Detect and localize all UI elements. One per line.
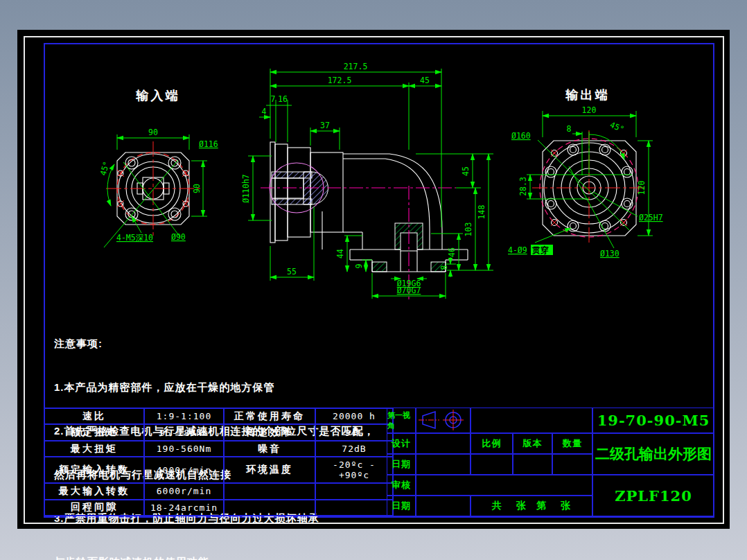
spec-label: 环境温度 (224, 457, 315, 483)
version-label: 版本 (513, 433, 552, 454)
spec-value: 20000 h (315, 408, 393, 424)
projection-symbol-cell (416, 408, 471, 433)
check-label: 审核 (387, 475, 416, 496)
spec-label: 最大扭矩 (44, 441, 144, 457)
product-model: ZPLF120 (592, 475, 714, 516)
spec-label: 正常使用寿命 (224, 408, 315, 424)
notes-line: 1.本产品为精密部件，应放在干燥的地方保管 (54, 380, 375, 394)
design-label: 设计 (387, 433, 416, 454)
design-value-cell (416, 433, 471, 454)
date-label: 日期 (387, 496, 416, 516)
model-code: 19-70-90-M5 (592, 408, 714, 433)
spec-value: 95-280Nm (144, 424, 224, 440)
table-row: 最大扭矩 190-560Nm 噪音 72dB (44, 441, 393, 457)
scale-label: 比例 (471, 433, 513, 454)
first-angle-label: 第一视角 (387, 408, 416, 433)
sheets-cell: 共 张 第 张 (471, 496, 592, 516)
spec-value (315, 500, 393, 516)
title-block: 第一视角 设计 比例 版本 数量 日期 审核 日期 共 (387, 408, 714, 516)
notes-title: 注意事项: (54, 336, 375, 351)
spec-value: 190-560Nm (144, 441, 224, 457)
date-value-cell (416, 496, 471, 516)
spec-label: 额定输入转数 (44, 457, 144, 483)
spec-label: 传递效率 (224, 424, 315, 440)
notes-line: 与齿轮而影响减速机的使用功能 (54, 554, 375, 560)
cad-viewer-screen: 输入端 (0, 0, 747, 560)
spec-label (224, 483, 315, 499)
spec-label (224, 500, 315, 516)
drawing-title: 二级孔输出外形图 (592, 433, 714, 475)
quantity-value-cell (552, 454, 592, 475)
spec-table: 速比 1:9-1:100 正常使用寿命 20000 h 额定扭矩 95-280N… (44, 408, 394, 516)
table-row: 回程间隙 18-24arcmin (44, 500, 393, 516)
table-row: 额定输入转数 4000r/min 环境温度 -20ºc - +90ºc (44, 457, 393, 483)
spec-label: 速比 (44, 408, 144, 424)
date-value-cell (416, 454, 471, 475)
date-label: 日期 (387, 454, 416, 475)
spec-value: 4000r/min (144, 457, 224, 483)
check-value-cell (416, 475, 592, 496)
version-value-cell (513, 454, 552, 475)
table-row: 额定扭矩 95-280Nm 传递效率 94% (44, 424, 393, 440)
spec-label: 噪音 (224, 441, 315, 457)
spec-label: 最大输入转数 (44, 483, 144, 499)
scale-value-cell (471, 454, 513, 475)
spec-value (315, 483, 393, 499)
table-row: 最大输入转数 6000r/min (44, 483, 393, 499)
spec-value: -20ºc - +90ºc (315, 457, 393, 483)
spec-value: 18-24arcmin (144, 500, 224, 516)
spec-value: 72dB (315, 441, 393, 457)
spec-value: 94% (315, 424, 393, 440)
quantity-label: 数量 (552, 433, 592, 454)
spec-value: 6000r/min (144, 483, 224, 499)
title-block-empty-cell (471, 408, 592, 433)
table-row: 速比 1:9-1:100 正常使用寿命 20000 h (44, 408, 393, 424)
spec-label: 回程间隙 (44, 500, 144, 516)
spec-value: 1:9-1:100 (144, 408, 224, 424)
first-angle-projection-icon (417, 409, 469, 432)
spec-label: 额定扭矩 (44, 424, 144, 440)
